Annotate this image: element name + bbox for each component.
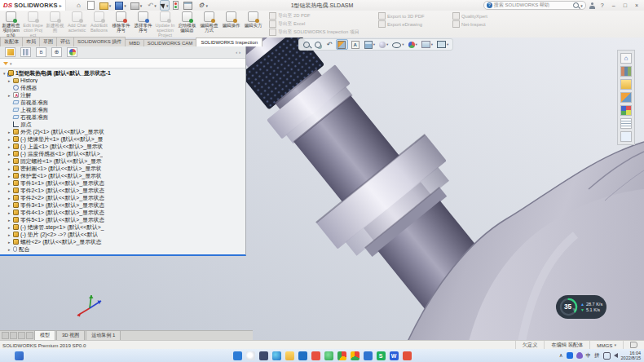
ribbon-button[interactable]: Add/Edit Balloons xyxy=(88,11,110,38)
dropdown-caret-icon[interactable]: ▾ xyxy=(373,42,375,46)
ribbon-button[interactable]: 启动模板编辑器 xyxy=(176,11,198,38)
ribbon-button[interactable]: 编辑操作 xyxy=(220,11,242,38)
search-icon[interactable] xyxy=(573,2,579,8)
ribbon-button[interactable]: Add Characteristic xyxy=(66,11,88,38)
tree-item[interactable]: ▸ History xyxy=(2,77,245,84)
notebook-app-icon[interactable] xyxy=(364,351,373,360)
filter-caret-icon[interactable]: ▾ xyxy=(10,61,12,66)
ribbon-button[interactable]: 选择零件序号 xyxy=(132,11,154,38)
options-table-icon[interactable] xyxy=(183,1,194,10)
zoom-area-icon[interactable] xyxy=(314,40,323,49)
solidworks-resources-icon[interactable]: ⌂ xyxy=(620,53,632,64)
export-item[interactable]: 导出至 Excel xyxy=(269,20,373,28)
edge-browser-icon[interactable] xyxy=(272,351,281,360)
chrome-icon[interactable] xyxy=(351,351,359,360)
document-tab[interactable]: 模型 xyxy=(34,330,55,340)
tab-scroll-next-icon[interactable] xyxy=(18,332,25,339)
help-button[interactable]: ? xyxy=(598,2,607,8)
command-tab[interactable]: 装配体 xyxy=(0,37,23,46)
appearances-scenes-icon[interactable] xyxy=(620,105,632,116)
custom-properties-icon[interactable] xyxy=(620,118,632,129)
ribbon-button[interactable]: Update Inspection Project xyxy=(154,11,176,38)
property-manager-tab[interactable] xyxy=(20,47,31,57)
file-explorer-icon[interactable] xyxy=(285,351,294,360)
tree-item[interactable]: 右视基准面 xyxy=(2,113,245,121)
apply-scene-icon[interactable]: ▾ xyxy=(421,40,434,49)
forum-icon[interactable] xyxy=(620,131,632,142)
search-caret-icon[interactable]: ▾ xyxy=(580,3,583,8)
view-orientation-icon[interactable]: ▾ xyxy=(364,40,376,49)
edit-appearance-icon[interactable]: ▾ xyxy=(408,40,418,49)
ime-language-indicator[interactable]: 中 xyxy=(586,352,592,360)
dropdown-caret-icon[interactable]: ▾ xyxy=(124,3,126,8)
save-icon[interactable]: ▾ xyxy=(114,1,127,10)
wechat-work-icon[interactable] xyxy=(403,351,412,360)
tree-root-item[interactable]: ▾ 1型铠装热电偶 (默认<默认_显示状态-1 xyxy=(2,69,245,77)
tab-scroll-prev-icon[interactable] xyxy=(10,332,17,339)
export-item[interactable]: 导出至 2D PDF xyxy=(269,12,373,20)
command-tab[interactable]: 草图 xyxy=(39,37,57,46)
hide-show-items-icon[interactable]: ▾ xyxy=(391,40,404,49)
configuration-manager-tab[interactable]: B xyxy=(36,47,46,57)
home-icon[interactable]: ⌂ xyxy=(74,1,84,10)
tree-item[interactable]: ▸ 配合 xyxy=(2,245,245,253)
rebuild-icon[interactable] xyxy=(172,1,180,10)
ribbon-button[interactable]: 编辑检查方式 xyxy=(198,11,220,38)
new-document-icon[interactable] xyxy=(86,1,96,10)
minimize-button[interactable]: – xyxy=(610,2,618,8)
widgets-icon[interactable] xyxy=(15,351,24,360)
file-explorer-icon[interactable] xyxy=(620,79,632,90)
dropdown-caret-icon[interactable]: ▾ xyxy=(140,3,143,8)
status-tag-button[interactable] xyxy=(623,341,644,349)
command-tab[interactable]: SOLIDWORKS CAM xyxy=(143,39,197,46)
volume-icon[interactable] xyxy=(614,353,618,358)
export-item[interactable]: Export eDrawing xyxy=(378,20,448,28)
tree-filter-row[interactable]: ▾ xyxy=(0,59,245,68)
command-tab[interactable]: 布局 xyxy=(22,37,40,46)
export-item[interactable]: Net-Inspect xyxy=(452,20,518,28)
dropdown-caret-icon[interactable]: ▾ xyxy=(109,3,112,8)
command-tab[interactable]: SOLIDWORKS 插件 xyxy=(73,37,126,46)
performance-overlay[interactable]: 35 % ▲28.7 K/s ▼5.1 K/s xyxy=(556,295,607,319)
command-tab[interactable]: MBD xyxy=(125,39,143,46)
browser-colorful-icon[interactable] xyxy=(337,351,346,360)
command-tab[interactable]: 评估 xyxy=(56,37,74,46)
display-style-icon[interactable]: ▾ xyxy=(378,40,389,49)
dropdown-caret-icon[interactable]: ▾ xyxy=(154,3,157,8)
export-item[interactable]: 导出至 SOLIDWORKS Inspection 项目 xyxy=(269,29,373,36)
unit-caret-icon[interactable]: ▾ xyxy=(614,342,616,347)
task-view-icon[interactable] xyxy=(259,351,268,360)
panel-collapse-arrows-icon[interactable]: ‹ › xyxy=(236,50,240,55)
menu-expand-icon[interactable]: ▸ xyxy=(60,2,62,8)
select-cursor-icon[interactable]: ▾ xyxy=(160,0,170,11)
tab-scroll-first-icon[interactable] xyxy=(2,332,9,339)
open-file-icon[interactable]: ▾ xyxy=(99,1,112,10)
display-manager-tab[interactable] xyxy=(67,47,77,57)
ribbon-button[interactable]: Edit Inspection Project xyxy=(22,11,44,38)
document-tab[interactable]: 3D 视图 xyxy=(56,330,85,340)
undo-icon[interactable]: ↶ ▾ xyxy=(145,1,157,10)
wps-icon[interactable]: W xyxy=(390,351,399,360)
dropdown-caret-icon[interactable]: ▾ xyxy=(416,42,417,46)
settings-gear-icon[interactable]: ⚙ ▾ xyxy=(196,1,209,10)
section-view-icon[interactable] xyxy=(336,39,348,50)
dropdown-caret-icon[interactable]: ▾ xyxy=(205,3,208,8)
feature-tree-tab[interactable] xyxy=(5,47,15,57)
user-account-icon[interactable] xyxy=(589,2,595,9)
ime-mode-indicator[interactable]: 拼 xyxy=(594,352,600,360)
start-button-icon[interactable] xyxy=(233,351,242,360)
app-green-s-icon[interactable]: S xyxy=(377,351,386,360)
zoom-fit-icon[interactable] xyxy=(302,40,311,49)
dropdown-caret-icon[interactable]: ▾ xyxy=(402,42,404,46)
dropdown-caret-icon[interactable]: ▾ xyxy=(386,42,388,46)
export-item[interactable]: QualityXpert xyxy=(452,12,518,20)
document-tab[interactable]: 运动算例 1 xyxy=(86,330,121,340)
tree-item[interactable]: ▸ 螺栓<2> (默认<<默认>_显示状态 xyxy=(2,238,245,245)
unit-system-selector[interactable]: MMGS ▾ xyxy=(589,341,623,349)
solidworks-logo[interactable]: DS SOLIDWORKS ▸ xyxy=(0,0,66,11)
export-item[interactable]: Export to 3D PDF xyxy=(378,12,448,20)
command-tab[interactable]: SOLIDWORKS Inspection xyxy=(196,38,262,46)
view-palette-icon[interactable] xyxy=(620,92,632,103)
security-shield-icon[interactable] xyxy=(576,352,583,359)
print-icon[interactable]: ▾ xyxy=(130,1,143,10)
